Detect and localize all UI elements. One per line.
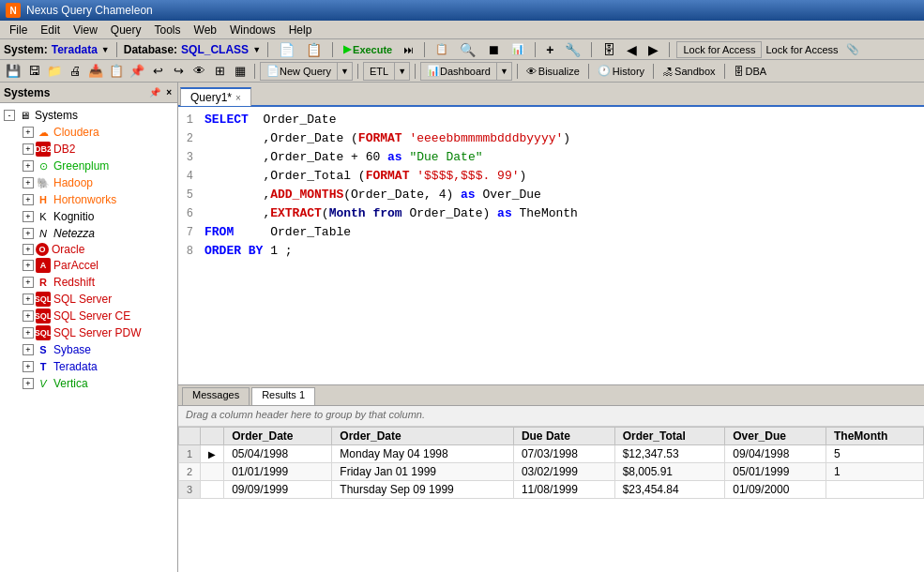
etl-button[interactable]: ETL [364, 62, 395, 81]
results-table-wrapper[interactable]: Order_Date Order_Date Due Date Order_Tot… [178, 427, 924, 572]
oracle-label: Oracle [52, 243, 84, 256]
tree-item-hadoop[interactable]: + 🐘 Hadoop [21, 174, 175, 191]
tree-item-sybase[interactable]: + S Sybase [21, 341, 175, 358]
menu-edit[interactable]: Edit [35, 23, 66, 38]
col-header-order-date-1[interactable]: Order_Date [224, 428, 332, 445]
expand-sqlserver[interactable]: + [23, 294, 34, 305]
sandbox-button[interactable]: 🏖 Sandbox [659, 62, 719, 81]
tree-root-item[interactable]: - 🖥 Systems [2, 107, 175, 124]
expand-cloudera[interactable]: + [23, 127, 34, 138]
tree-item-sqlserverce[interactable]: + SQL SQL Server CE [21, 308, 175, 324]
expand-netezza[interactable]: + [23, 228, 34, 239]
tree-item-oracle[interactable]: + O Oracle [21, 242, 175, 257]
tree-item-greenplum[interactable]: + ⊙ Greenplum [21, 158, 175, 174]
dba-button[interactable]: 🗄 DBA [730, 62, 771, 81]
query-tab[interactable]: Query1* × [180, 87, 251, 106]
new-query-dropdown[interactable]: ▼ [338, 62, 352, 81]
col-header-due-date[interactable]: Due Date [513, 428, 614, 445]
toolbar-plus-btn[interactable]: + [542, 40, 557, 59]
expand-db2[interactable]: + [23, 143, 34, 155]
tree-children: + ☁ Cloudera + DB2 DB2 + ⊙ Greenplum [2, 124, 175, 392]
menu-file[interactable]: File [4, 23, 33, 38]
expand-sqlserverce[interactable]: + [23, 310, 34, 322]
close-panel-icon[interactable]: × [164, 87, 174, 98]
results1-tab[interactable]: Results 1 [251, 387, 315, 405]
expand-hortonworks[interactable]: + [23, 194, 34, 205]
history-button[interactable]: 🕐 History [594, 62, 648, 81]
toolbar-skip-btn[interactable]: ⏭ [400, 40, 417, 59]
col-header-themonth[interactable]: TheMonth [826, 428, 924, 445]
expand-oracle[interactable]: + [23, 244, 34, 255]
toolbar-minus-btn[interactable]: 🔧 [561, 40, 584, 59]
tree-item-netezza[interactable]: + N Netezza [21, 225, 175, 242]
menu-tools[interactable]: Tools [149, 23, 187, 38]
line-num-4: 4 [178, 168, 197, 186]
lock-for-access-button[interactable]: Lock for Access [676, 41, 762, 58]
menu-query[interactable]: Query [105, 23, 147, 38]
redo-icon[interactable]: ↪ [169, 62, 188, 81]
toolbar-btn-2[interactable]: 📋 [302, 40, 326, 59]
tree-item-vertica[interactable]: + V Vertica [21, 375, 175, 392]
bisualize-button[interactable]: 👁 Bisualize [523, 62, 583, 81]
tree-item-sqlserver[interactable]: + SQL SQL Server [21, 291, 175, 308]
paraccel-label: ParAccel [53, 259, 98, 272]
toolbar-extra-btn[interactable]: 📎 [842, 40, 863, 59]
undo-icon[interactable]: ↩ [148, 62, 167, 81]
folder-icon[interactable]: 📁 [45, 62, 64, 81]
expand-redshift[interactable]: + [23, 277, 34, 288]
database-dropdown-icon[interactable]: ▼ [252, 45, 261, 54]
tree-item-teradata[interactable]: + T Teradata [21, 358, 175, 375]
paste-icon[interactable]: 📌 [128, 62, 146, 81]
toolbar-copy-btn[interactable]: 📋 [432, 40, 452, 59]
query-tab-close[interactable]: × [235, 93, 241, 103]
expand-sybase[interactable]: + [23, 344, 34, 355]
pin-icon[interactable]: 📌 [147, 87, 162, 98]
messages-tab[interactable]: Messages [182, 387, 250, 405]
col-header-over-due[interactable]: Over_Due [725, 428, 826, 445]
arrow-icon[interactable]: 📥 [86, 62, 105, 81]
tree-item-paraccel[interactable]: + A ParAccel [21, 257, 175, 274]
toolbar-db-btn[interactable]: 🗄 [598, 40, 619, 59]
expand-sqlserverpdw[interactable]: + [23, 327, 34, 339]
tree-item-redshift[interactable]: + R Redshift [21, 274, 175, 291]
expand-greenplum[interactable]: + [23, 160, 34, 172]
save2-icon[interactable]: 🖫 [24, 62, 43, 81]
query-editor[interactable]: 1 SELECT Order_Date 2 ,Order_Date (FORMA… [178, 107, 924, 384]
line-content-2: ,Order_Date (FORMAT 'eeeebbmmmmbdddbyyyy… [197, 129, 920, 148]
toolbar-search-btn[interactable]: 🔍 [456, 40, 479, 59]
save-icon[interactable]: 💾 [4, 62, 23, 81]
tree-item-cloudera[interactable]: + ☁ Cloudera [21, 124, 175, 141]
expand-teradata[interactable]: + [23, 361, 34, 372]
system-dropdown-icon[interactable]: ▼ [101, 45, 110, 54]
tree-item-kognitio[interactable]: + K Kognitio [21, 208, 175, 225]
dashboard-dropdown[interactable]: ▼ [497, 62, 511, 81]
table-icon[interactable]: ⊞ [210, 62, 229, 81]
tree-item-hortonworks[interactable]: + H Hortonworks [21, 191, 175, 208]
expand-kognitio[interactable]: + [23, 211, 34, 222]
toolbar-chart-btn[interactable]: 📊 [507, 40, 528, 59]
toolbar-nav-btn2[interactable]: ▶ [644, 40, 662, 59]
col-header-order-date-2[interactable]: Order_Date [332, 428, 514, 445]
toolbar-btn-1[interactable]: 📄 [275, 40, 298, 59]
eye-icon[interactable]: 👁 [189, 62, 208, 81]
tree-item-sqlserverpdw[interactable]: + SQL SQL Server PDW [21, 324, 175, 341]
grid-icon[interactable]: ▦ [231, 62, 250, 81]
execute-button[interactable]: ▶ Execute [340, 40, 396, 59]
expand-vertica[interactable]: + [23, 378, 34, 389]
toolbar-nav-btn[interactable]: ◀ [623, 40, 641, 59]
etl-dropdown[interactable]: ▼ [395, 62, 409, 81]
menu-help[interactable]: Help [283, 23, 318, 38]
copy-icon[interactable]: 📋 [107, 62, 126, 81]
menu-web[interactable]: Web [189, 23, 222, 38]
expand-icon[interactable]: - [4, 110, 15, 121]
toolbar-stop-btn[interactable]: ⏹ [483, 40, 504, 59]
dashboard-button[interactable]: 📊 Dashboard [421, 62, 497, 81]
print-icon[interactable]: 🖨 [66, 62, 84, 81]
menu-view[interactable]: View [68, 23, 103, 38]
expand-paraccel[interactable]: + [23, 260, 34, 271]
tree-item-db2[interactable]: + DB2 DB2 [21, 141, 175, 158]
col-header-order-total[interactable]: Order_Total [614, 428, 725, 445]
menu-windows[interactable]: Windows [224, 23, 281, 38]
expand-hadoop[interactable]: + [23, 177, 34, 188]
new-query-button[interactable]: 📄 New Query [261, 62, 338, 81]
